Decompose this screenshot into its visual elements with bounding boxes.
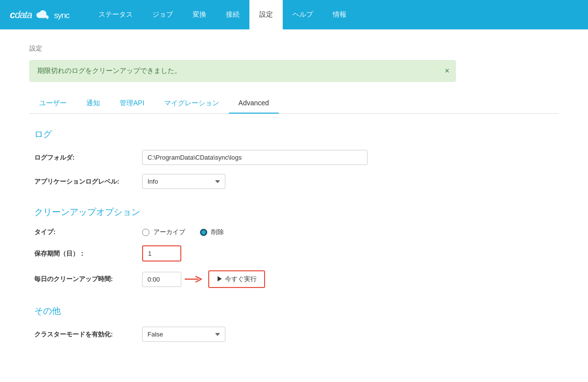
arrow-icon <box>184 274 203 284</box>
retention-label: 保存期間（日）： <box>34 249 142 258</box>
cluster-row: クラスターモードを有効化: False True <box>34 327 559 342</box>
daily-cleanup-label: 毎日のクリーンアップ時間: <box>34 275 142 284</box>
nav-item-settings[interactable]: 設定 <box>249 0 283 29</box>
other-section-title: その他 <box>34 305 559 317</box>
header: cdata sync ステータス ジョブ 変換 接続 設定 ヘルプ 情報 <box>0 0 588 29</box>
type-radio-group: アーカイブ 削除 <box>142 228 224 237</box>
tab-migration[interactable]: マイグレーション <box>154 94 229 114</box>
breadcrumb: 設定 <box>29 44 559 53</box>
alert-message: 期限切れのログをクリーンアップできました。 <box>37 67 181 74</box>
main-content: 設定 期限切れのログをクリーンアップできました。 × ユーザー 通知 管理API… <box>0 29 588 382</box>
type-delete-option[interactable]: 削除 <box>200 228 224 237</box>
type-label: タイプ: <box>34 228 142 237</box>
tab-notifications[interactable]: 通知 <box>76 94 110 114</box>
tab-users[interactable]: ユーザー <box>29 94 76 114</box>
logo-sync: sync <box>54 11 69 20</box>
type-delete-label: 削除 <box>211 228 224 237</box>
nav-menu: ステータス ジョブ 変換 接続 設定 ヘルプ 情報 <box>89 0 578 29</box>
type-archive-label: アーカイブ <box>153 228 185 237</box>
retention-row: 保存期間（日）： <box>34 245 559 262</box>
alert-success: 期限切れのログをクリーンアップできました。 × <box>29 60 456 82</box>
tab-advanced[interactable]: Advanced <box>229 94 279 114</box>
other-section: その他 クラスターモードを有効化: False True <box>29 305 559 342</box>
tabs: ユーザー 通知 管理API マイグレーション Advanced <box>29 94 559 114</box>
log-folder-label: ログフォルダ: <box>34 153 142 162</box>
log-level-row: アプリケーションログレベル: Debug Info Warning Error <box>34 174 559 189</box>
nav-item-help[interactable]: ヘルプ <box>283 0 323 29</box>
type-row: タイプ: アーカイブ 削除 <box>34 228 559 237</box>
log-section-title: ログ <box>34 128 559 140</box>
cluster-select[interactable]: False True <box>142 327 225 342</box>
cleanup-section: クリーンアップオプション タイプ: アーカイブ 削除 保存期間（日）： 毎日のク… <box>29 206 559 288</box>
retention-input[interactable] <box>142 245 181 262</box>
cloud-icon <box>35 10 50 20</box>
daily-cleanup-row: 毎日のクリーンアップ時間: ▶ 今すぐ実行 <box>34 270 559 288</box>
cleanup-section-title: クリーンアップオプション <box>34 206 559 218</box>
log-folder-row: ログフォルダ: <box>34 150 559 165</box>
log-section: ログ ログフォルダ: アプリケーションログレベル: Debug Info War… <box>29 128 559 189</box>
cluster-label: クラスターモードを有効化: <box>34 330 142 339</box>
logo-text: cdata sync <box>10 8 69 21</box>
nav-item-job[interactable]: ジョブ <box>143 0 183 29</box>
log-level-select[interactable]: Debug Info Warning Error <box>142 174 225 189</box>
nav-item-connect[interactable]: 接続 <box>216 0 249 29</box>
nav-item-info[interactable]: 情報 <box>323 0 356 29</box>
type-archive-radio[interactable] <box>142 229 149 236</box>
nav-item-status[interactable]: ステータス <box>89 0 143 29</box>
tab-admin-api[interactable]: 管理API <box>110 94 154 114</box>
type-archive-option[interactable]: アーカイブ <box>142 228 185 237</box>
log-level-label: アプリケーションログレベル: <box>34 177 142 186</box>
type-delete-radio[interactable] <box>200 229 207 236</box>
run-now-button[interactable]: ▶ 今すぐ実行 <box>208 270 265 288</box>
nav-item-transform[interactable]: 変換 <box>183 0 216 29</box>
run-now-container: ▶ 今すぐ実行 <box>181 270 265 288</box>
logo: cdata sync <box>10 8 69 21</box>
alert-close-button[interactable]: × <box>445 67 449 75</box>
log-folder-input[interactable] <box>142 150 368 165</box>
daily-cleanup-time-input[interactable] <box>142 272 181 287</box>
